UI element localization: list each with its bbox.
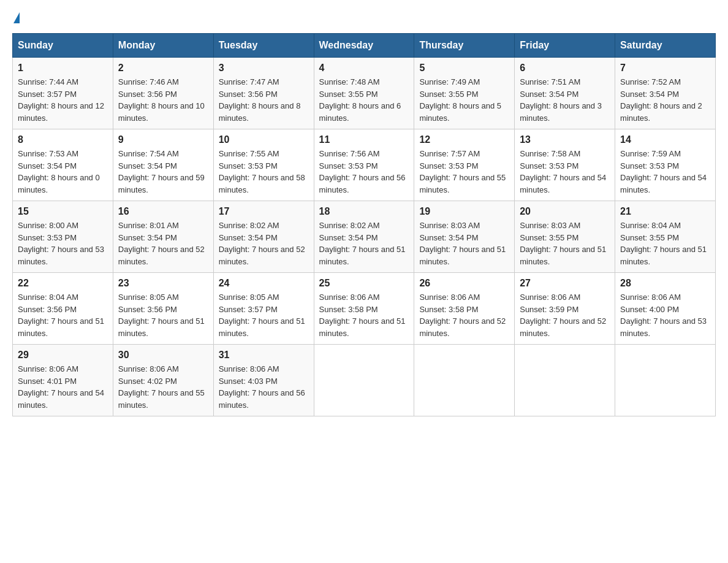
day-number: 2 [118,63,208,74]
calendar-day-cell: 7 Sunrise: 7:52 AM Sunset: 3:54 PM Dayli… [615,58,716,129]
day-number: 4 [319,63,409,74]
day-number: 18 [319,206,409,217]
calendar-header-row: SundayMondayTuesdayWednesdayThursdayFrid… [13,34,716,58]
day-number: 1 [18,63,108,74]
day-number: 6 [520,63,610,74]
day-info: Sunrise: 7:59 AM Sunset: 3:53 PM Dayligh… [620,148,710,196]
calendar-day-cell: 18 Sunrise: 8:02 AM Sunset: 3:54 PM Dayl… [314,201,414,273]
day-info: Sunrise: 8:06 AM Sunset: 4:00 PM Dayligh… [620,291,710,339]
day-info: Sunrise: 7:46 AM Sunset: 3:56 PM Dayligh… [118,76,208,124]
calendar-day-cell: 10 Sunrise: 7:55 AM Sunset: 3:53 PM Dayl… [213,129,314,201]
day-number: 12 [419,134,509,145]
day-number: 26 [419,278,509,289]
day-info: Sunrise: 7:52 AM Sunset: 3:54 PM Dayligh… [620,76,710,124]
day-info: Sunrise: 7:51 AM Sunset: 3:54 PM Dayligh… [520,76,610,124]
calendar-week-row: 15 Sunrise: 8:00 AM Sunset: 3:53 PM Dayl… [13,201,716,273]
day-info: Sunrise: 8:03 AM Sunset: 3:54 PM Dayligh… [419,220,509,267]
day-info: Sunrise: 8:06 AM Sunset: 4:03 PM Dayligh… [219,363,309,411]
calendar-day-cell: 5 Sunrise: 7:49 AM Sunset: 3:55 PM Dayli… [414,58,515,129]
day-of-week-header: Monday [113,34,213,58]
calendar-day-cell: 1 Sunrise: 7:44 AM Sunset: 3:57 PM Dayli… [13,58,113,129]
day-number: 29 [18,350,108,361]
day-number: 24 [219,278,309,289]
day-number: 5 [419,63,509,74]
day-of-week-header: Tuesday [213,34,314,58]
day-number: 13 [520,134,610,145]
calendar-week-row: 29 Sunrise: 8:06 AM Sunset: 4:01 PM Dayl… [13,345,716,416]
day-number: 11 [319,134,409,145]
calendar-week-row: 8 Sunrise: 7:53 AM Sunset: 3:54 PM Dayli… [13,129,716,201]
day-info: Sunrise: 8:02 AM Sunset: 3:54 PM Dayligh… [219,220,309,267]
calendar-day-cell: 30 Sunrise: 8:06 AM Sunset: 4:02 PM Dayl… [113,345,213,416]
day-info: Sunrise: 8:03 AM Sunset: 3:55 PM Dayligh… [520,220,610,267]
day-number: 10 [219,134,309,145]
day-number: 7 [620,63,710,74]
day-number: 9 [118,134,208,145]
day-number: 16 [118,206,208,217]
day-number: 23 [118,278,208,289]
calendar-day-cell: 13 Sunrise: 7:58 AM Sunset: 3:53 PM Dayl… [515,129,615,201]
day-info: Sunrise: 8:01 AM Sunset: 3:54 PM Dayligh… [118,220,208,267]
day-info: Sunrise: 8:02 AM Sunset: 3:54 PM Dayligh… [319,220,409,267]
calendar-day-cell: 11 Sunrise: 7:56 AM Sunset: 3:53 PM Dayl… [314,129,414,201]
calendar-day-cell: 12 Sunrise: 7:57 AM Sunset: 3:53 PM Dayl… [414,129,515,201]
logo [12,12,20,23]
calendar-week-row: 1 Sunrise: 7:44 AM Sunset: 3:57 PM Dayli… [13,58,716,129]
day-info: Sunrise: 8:05 AM Sunset: 3:57 PM Dayligh… [219,291,309,339]
day-number: 19 [419,206,509,217]
day-of-week-header: Friday [515,34,615,58]
calendar-day-cell: 14 Sunrise: 7:59 AM Sunset: 3:53 PM Dayl… [615,129,716,201]
day-info: Sunrise: 8:04 AM Sunset: 3:56 PM Dayligh… [18,291,108,339]
calendar-day-cell: 8 Sunrise: 7:53 AM Sunset: 3:54 PM Dayli… [13,129,113,201]
calendar-day-cell: 15 Sunrise: 8:00 AM Sunset: 3:53 PM Dayl… [13,201,113,273]
day-info: Sunrise: 8:06 AM Sunset: 4:01 PM Dayligh… [18,363,108,411]
day-info: Sunrise: 8:00 AM Sunset: 3:53 PM Dayligh… [18,220,108,267]
day-info: Sunrise: 7:48 AM Sunset: 3:55 PM Dayligh… [319,76,409,124]
calendar-day-cell: 3 Sunrise: 7:47 AM Sunset: 3:56 PM Dayli… [213,58,314,129]
day-number: 14 [620,134,710,145]
day-info: Sunrise: 7:47 AM Sunset: 3:56 PM Dayligh… [219,76,309,124]
day-info: Sunrise: 8:06 AM Sunset: 4:02 PM Dayligh… [118,363,208,411]
day-of-week-header: Thursday [414,34,515,58]
day-number: 21 [620,206,710,217]
calendar-day-cell [314,345,414,416]
calendar-day-cell: 20 Sunrise: 8:03 AM Sunset: 3:55 PM Dayl… [515,201,615,273]
day-info: Sunrise: 8:05 AM Sunset: 3:56 PM Dayligh… [118,291,208,339]
calendar-body: 1 Sunrise: 7:44 AM Sunset: 3:57 PM Dayli… [13,58,716,416]
day-info: Sunrise: 8:06 AM Sunset: 3:59 PM Dayligh… [520,291,610,339]
day-number: 31 [219,350,309,361]
calendar-day-cell: 4 Sunrise: 7:48 AM Sunset: 3:55 PM Dayli… [314,58,414,129]
day-info: Sunrise: 8:06 AM Sunset: 3:58 PM Dayligh… [319,291,409,339]
day-info: Sunrise: 7:53 AM Sunset: 3:54 PM Dayligh… [18,148,108,196]
day-info: Sunrise: 7:44 AM Sunset: 3:57 PM Dayligh… [18,76,108,124]
calendar-day-cell: 28 Sunrise: 8:06 AM Sunset: 4:00 PM Dayl… [615,273,716,345]
calendar-day-cell: 19 Sunrise: 8:03 AM Sunset: 3:54 PM Dayl… [414,201,515,273]
day-of-week-header: Sunday [13,34,113,58]
calendar-day-cell: 25 Sunrise: 8:06 AM Sunset: 3:58 PM Dayl… [314,273,414,345]
day-number: 17 [219,206,309,217]
day-info: Sunrise: 8:06 AM Sunset: 3:58 PM Dayligh… [419,291,509,339]
day-number: 28 [620,278,710,289]
day-of-week-header: Wednesday [314,34,414,58]
day-info: Sunrise: 7:54 AM Sunset: 3:54 PM Dayligh… [118,148,208,196]
day-number: 20 [520,206,610,217]
calendar-day-cell [414,345,515,416]
day-info: Sunrise: 7:57 AM Sunset: 3:53 PM Dayligh… [419,148,509,196]
calendar-day-cell: 6 Sunrise: 7:51 AM Sunset: 3:54 PM Dayli… [515,58,615,129]
page-header [12,12,716,23]
day-info: Sunrise: 7:56 AM Sunset: 3:53 PM Dayligh… [319,148,409,196]
day-of-week-header: Saturday [615,34,716,58]
calendar-week-row: 22 Sunrise: 8:04 AM Sunset: 3:56 PM Dayl… [13,273,716,345]
calendar-day-cell [515,345,615,416]
calendar-day-cell: 16 Sunrise: 8:01 AM Sunset: 3:54 PM Dayl… [113,201,213,273]
calendar-day-cell: 23 Sunrise: 8:05 AM Sunset: 3:56 PM Dayl… [113,273,213,345]
day-info: Sunrise: 7:58 AM Sunset: 3:53 PM Dayligh… [520,148,610,196]
logo-triangle-icon [13,12,20,23]
day-number: 3 [219,63,309,74]
calendar-table: SundayMondayTuesdayWednesdayThursdayFrid… [12,33,716,416]
day-number: 27 [520,278,610,289]
calendar-day-cell [615,345,716,416]
day-info: Sunrise: 8:04 AM Sunset: 3:55 PM Dayligh… [620,220,710,267]
day-number: 8 [18,134,108,145]
day-number: 15 [18,206,108,217]
